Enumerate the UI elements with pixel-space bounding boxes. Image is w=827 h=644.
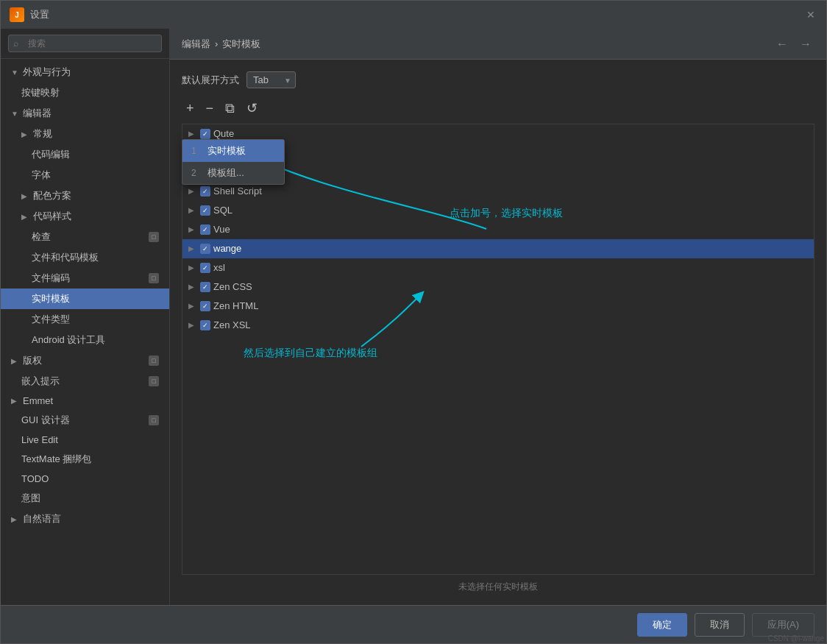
sidebar-item-live-edit[interactable]: Live Edit: [1, 431, 169, 449]
default-expand-row: 默认展开方式 Tab Space Enter ▼: [182, 71, 814, 88]
template-name: Zen XSL: [213, 319, 808, 330]
template-name: Zen HTML: [213, 300, 808, 311]
sidebar-item-label: 检查: [32, 230, 51, 244]
header-nav-buttons: ← →: [773, 36, 814, 52]
template-name: Vue: [213, 224, 808, 235]
apply-button[interactable]: 应用(A): [752, 613, 814, 637]
title-bar-left: J 设置: [10, 7, 49, 22]
sidebar-item-code-editing[interactable]: 代码编辑: [1, 144, 169, 165]
checkbox-sql[interactable]: ✓: [200, 205, 210, 216]
back-button[interactable]: ←: [773, 36, 791, 52]
template-item-zen-xsl[interactable]: ▶ ✓ Zen XSL: [182, 316, 814, 335]
chevron-right-icon: ▶: [188, 206, 197, 214]
template-item-zen-html[interactable]: ▶ ✓ Zen HTML: [182, 297, 814, 316]
dropdown-item-template-group[interactable]: 2 模板组...: [182, 162, 284, 184]
sidebar-item-label: 字体: [32, 169, 51, 182]
sidebar-item-keymap[interactable]: 按键映射: [1, 82, 169, 103]
settings-window: J 设置 ✕ ⌕ ▼ 外观与行为 按键映射: [0, 0, 827, 644]
template-name: React: [213, 147, 808, 158]
cancel-button[interactable]: 取消: [695, 613, 745, 637]
tab-select-wrapper: Tab Space Enter ▼: [246, 71, 296, 88]
sidebar-item-intentions[interactable]: 意图: [1, 488, 169, 509]
bottom-bar: 确定 取消 应用(A): [1, 605, 826, 643]
close-button[interactable]: ✕: [804, 8, 817, 21]
ok-button[interactable]: 确定: [637, 613, 687, 637]
chevron-right-icon: ▶: [188, 302, 197, 310]
content-header: 编辑器 › 实时模板 ← →: [170, 29, 826, 60]
sidebar-item-gui-designer[interactable]: GUI 设计器 □: [1, 410, 169, 431]
sidebar-item-android-design[interactable]: Android 设计工具: [1, 330, 169, 350]
copy-button[interactable]: ⧉: [221, 99, 239, 118]
checkbox-zen-xsl[interactable]: ✓: [200, 320, 210, 330]
chevron-right-icon: ▶: [21, 213, 30, 221]
checkbox-shell-script[interactable]: ✓: [200, 186, 210, 197]
sidebar-item-label: TextMate 捆绑包: [21, 453, 91, 466]
sidebar-item-inspection[interactable]: 检查 □: [1, 227, 169, 247]
sidebar-item-label: 文件和代码模板: [32, 251, 99, 264]
remove-button[interactable]: −: [202, 99, 219, 118]
add-button[interactable]: +: [182, 99, 199, 118]
sidebar-item-color-scheme[interactable]: ▶ 配色方案: [1, 185, 169, 206]
chevron-down-icon: ▼: [11, 110, 20, 118]
search-icon: ⌕: [13, 38, 18, 49]
sidebar-item-font[interactable]: 字体: [1, 165, 169, 185]
sidebar-item-file-types[interactable]: 文件类型: [1, 309, 169, 330]
forward-button[interactable]: →: [797, 36, 814, 52]
template-item-xsl[interactable]: ▶ ✓ xsl: [182, 258, 814, 277]
checkbox-xsl[interactable]: ✓: [200, 263, 210, 273]
checkbox-zen-css[interactable]: ✓: [200, 282, 210, 292]
sidebar-item-copyright[interactable]: ▶ 版权 □: [1, 350, 169, 371]
window-title: 设置: [30, 8, 49, 21]
template-item-wange[interactable]: ▶ ✓ wange: [182, 239, 814, 258]
sidebar-item-emmet[interactable]: ▶ Emmet: [1, 392, 169, 410]
sidebar-item-label: 文件类型: [32, 313, 70, 326]
dropdown-menu: 1 实时模板 2 模板组...: [182, 139, 285, 185]
checkbox-vue[interactable]: ✓: [200, 224, 210, 235]
search-input[interactable]: [8, 35, 162, 52]
template-item-sql[interactable]: ▶ ✓ SQL: [182, 201, 814, 220]
watermark: CSDN @l-wange: [768, 634, 824, 643]
tab-select[interactable]: Tab Space Enter: [246, 71, 296, 88]
template-name: SQL: [213, 205, 808, 216]
sidebar-item-label: GUI 设计器: [21, 414, 70, 427]
main-content: 编辑器 › 实时模板 ← → 默认展开方式 Tab Space: [170, 29, 826, 605]
sidebar-item-label: 常规: [33, 127, 52, 141]
breadcrumb-live-templates: 实时模板: [222, 38, 260, 51]
sidebar-item-file-encoding[interactable]: 文件编码 □: [1, 268, 169, 289]
sidebar: ⌕ ▼ 外观与行为 按键映射 ▼ 编辑器 ▶: [1, 29, 170, 605]
sidebar-item-general[interactable]: ▶ 常规: [1, 124, 169, 144]
sidebar-item-textmate[interactable]: TextMate 捆绑包: [1, 449, 169, 470]
content-body: 默认展开方式 Tab Space Enter ▼ + − ⧉: [170, 60, 826, 605]
sidebar-item-inlay-hints[interactable]: 嵌入提示 □: [1, 371, 169, 392]
search-wrapper: ⌕: [8, 35, 162, 52]
dropdown-item-live-templates[interactable]: 1 实时模板: [182, 140, 284, 162]
reset-button[interactable]: ↺: [242, 99, 262, 118]
template-list: ▶ ✓ Qute ▶ ✓ React ▶ ✓ React hooks: [182, 124, 814, 575]
checkbox-qute[interactable]: ✓: [200, 129, 210, 139]
template-name: wange: [213, 243, 808, 254]
chevron-right-icon: ▶: [21, 192, 30, 200]
main-layout: ⌕ ▼ 外观与行为 按键映射 ▼ 编辑器 ▶: [1, 29, 826, 605]
sidebar-item-label: Live Edit: [21, 434, 58, 445]
template-item-vue[interactable]: ▶ ✓ Vue: [182, 220, 814, 239]
template-item-zen-css[interactable]: ▶ ✓ Zen CSS: [182, 277, 814, 297]
sidebar-item-label: Emmet: [23, 395, 53, 406]
badge-icon: □: [149, 355, 159, 366]
item-number: 2: [191, 168, 202, 178]
chevron-right-icon: ▶: [21, 130, 30, 138]
sidebar-item-label: 代码样式: [33, 210, 71, 223]
sidebar-item-code-style[interactable]: ▶ 代码样式: [1, 206, 169, 227]
checkbox-zen-html[interactable]: ✓: [200, 301, 210, 311]
sidebar-item-natural-language[interactable]: ▶ 自然语言: [1, 509, 169, 529]
sidebar-item-editor[interactable]: ▼ 编辑器: [1, 103, 169, 124]
sidebar-item-file-templates[interactable]: 文件和代码模板: [1, 247, 169, 268]
title-bar-controls: ✕: [804, 8, 817, 21]
dropdown-item-label: 实时模板: [207, 144, 246, 158]
sidebar-item-live-templates[interactable]: 实时模板: [1, 289, 169, 309]
empty-state: 未选择任何实时模板: [182, 581, 814, 593]
sidebar-item-appearance[interactable]: ▼ 外观与行为: [1, 62, 169, 82]
template-name: xsl: [213, 262, 808, 273]
checkbox-wange[interactable]: ✓: [200, 244, 210, 254]
sidebar-item-todo[interactable]: TODO: [1, 470, 169, 488]
sidebar-item-label: 自然语言: [23, 512, 61, 526]
